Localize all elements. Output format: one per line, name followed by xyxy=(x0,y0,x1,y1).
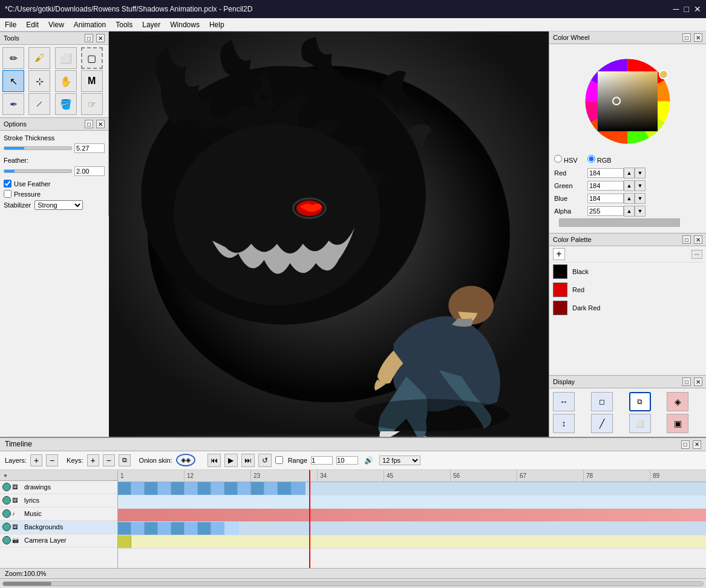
hsv-radio[interactable] xyxy=(554,155,562,163)
minimize-btn[interactable]: ─ xyxy=(673,4,679,14)
display-tint-btn[interactable]: ◈ xyxy=(667,392,688,411)
alpha-down-btn[interactable]: ▼ xyxy=(635,206,646,217)
palette-item-darkred[interactable]: Dark Red xyxy=(549,299,706,317)
remove-key-btn[interactable]: − xyxy=(103,454,115,466)
tools-close-btn[interactable]: ✕ xyxy=(96,34,105,42)
h-scrollbar-thumb[interactable] xyxy=(3,582,51,586)
stroke-thickness-slider[interactable] xyxy=(4,146,72,150)
tool-select[interactable]: ▢ xyxy=(81,47,103,69)
maximize-btn[interactable]: □ xyxy=(684,4,689,14)
menu-help[interactable]: Help xyxy=(204,19,229,30)
palette-item-black[interactable]: Black xyxy=(549,263,706,281)
red-down-btn[interactable]: ▼ xyxy=(635,168,646,178)
loop-btn[interactable]: ↺ xyxy=(258,454,272,467)
next-frame-btn[interactable]: ⏭ xyxy=(241,454,255,467)
display-overlay2-btn[interactable]: ⬜ xyxy=(629,414,651,433)
options-float-btn[interactable]: □ xyxy=(85,120,93,128)
dup-key-btn[interactable]: ⧉ xyxy=(119,454,131,466)
layer-backgrounds[interactable]: 🖼 Backgrounds xyxy=(0,521,117,534)
add-layer-btn[interactable]: + xyxy=(30,454,42,466)
display-flip-h-btn[interactable]: ↔ xyxy=(553,392,575,411)
use-feather-checkbox[interactable] xyxy=(4,180,11,188)
prev-frame-btn[interactable]: ⏮ xyxy=(208,454,221,467)
cp-float-btn[interactable]: □ xyxy=(682,235,691,244)
cp-close-btn[interactable]: ✕ xyxy=(694,235,702,244)
stabilizer-select[interactable]: None Weak Strong xyxy=(34,200,83,210)
display-tint2-btn[interactable]: ▣ xyxy=(667,414,688,433)
volume-icon[interactable]: 🔊 xyxy=(364,456,373,465)
rgb-radio[interactable] xyxy=(587,155,595,163)
palette-menu-btn[interactable]: ··· xyxy=(691,250,702,259)
dp-float-btn[interactable]: □ xyxy=(682,377,691,386)
pressure-checkbox[interactable] xyxy=(4,190,11,198)
red-up-btn[interactable]: ▲ xyxy=(624,168,635,178)
blue-input[interactable] xyxy=(587,194,624,203)
alpha-up-btn[interactable]: ▲ xyxy=(624,206,635,217)
tool-pencil[interactable]: ✏ xyxy=(2,47,24,69)
fps-select[interactable]: 12 fps 24 fps xyxy=(379,456,420,465)
drawings-eye[interactable] xyxy=(2,483,11,491)
red-input[interactable] xyxy=(587,168,624,178)
hsv-radio-label[interactable]: HSV xyxy=(554,155,578,164)
menu-animation[interactable]: Animation xyxy=(69,19,111,30)
menu-layer[interactable]: Layer xyxy=(137,19,165,30)
display-perspective-btn[interactable]: ◻ xyxy=(591,392,613,411)
menu-windows[interactable]: Windows xyxy=(165,19,204,30)
range-checkbox[interactable] xyxy=(275,456,283,464)
tool-eyedropper[interactable]: ⊹ xyxy=(28,70,50,92)
layer-lyrics[interactable]: 🖼 lyrics xyxy=(0,494,117,508)
add-key-btn[interactable]: + xyxy=(87,454,99,466)
music-eye[interactable] xyxy=(2,509,11,518)
dp-close-btn[interactable]: ✕ xyxy=(694,377,702,386)
menu-tools[interactable]: Tools xyxy=(111,19,137,30)
tool-smear[interactable]: ☞ xyxy=(81,93,103,115)
cw-close-btn[interactable]: ✕ xyxy=(694,33,702,42)
display-angle-btn[interactable]: ╱ xyxy=(591,414,613,433)
palette-add-btn[interactable]: + xyxy=(553,248,565,260)
camera-eye[interactable] xyxy=(2,536,11,544)
alpha-input[interactable] xyxy=(587,206,624,216)
lyrics-eye[interactable] xyxy=(2,496,11,505)
tool-brush[interactable]: 🖌 xyxy=(28,47,50,69)
menu-edit[interactable]: Edit xyxy=(21,19,44,30)
feather-slider[interactable] xyxy=(4,169,72,173)
green-up-btn[interactable]: ▲ xyxy=(624,180,635,191)
tool-pen[interactable]: ✒ xyxy=(2,93,24,115)
play-btn[interactable]: ▶ xyxy=(224,454,238,467)
tools-float-btn[interactable]: □ xyxy=(85,34,93,42)
onion-skin-btn[interactable]: ◈◈ xyxy=(176,454,195,466)
layer-drawings[interactable]: 🖼 drawings xyxy=(0,481,117,494)
menu-view[interactable]: View xyxy=(44,19,69,30)
green-input[interactable] xyxy=(587,181,624,191)
tool-pointer[interactable]: ↖ xyxy=(2,70,24,92)
layer-camera[interactable]: 📷 Camera Layer xyxy=(0,534,117,547)
layer-music[interactable]: ♪ Music xyxy=(0,508,117,521)
blue-down-btn[interactable]: ▼ xyxy=(635,193,646,204)
tool-polyline[interactable]: ⟋ xyxy=(28,93,50,115)
canvas-area[interactable] xyxy=(109,31,549,437)
green-down-btn[interactable]: ▼ xyxy=(635,180,646,191)
remove-layer-btn[interactable]: − xyxy=(46,454,58,466)
close-btn[interactable]: ✕ xyxy=(694,4,701,14)
tool-paint[interactable]: 🪣 xyxy=(55,93,77,115)
range-start-input[interactable] xyxy=(311,456,333,465)
range-end-input[interactable] xyxy=(336,456,358,465)
cw-float-btn[interactable]: □ xyxy=(682,33,691,42)
display-flip-v-btn[interactable]: ↕ xyxy=(553,414,575,433)
tl-float-btn[interactable]: □ xyxy=(681,440,690,449)
options-close-btn[interactable]: ✕ xyxy=(96,120,105,128)
feather-input[interactable] xyxy=(74,166,105,176)
tl-close-btn[interactable]: ✕ xyxy=(693,440,701,449)
blue-up-btn[interactable]: ▲ xyxy=(624,193,635,204)
tool-smudge[interactable]: M xyxy=(81,70,103,92)
h-scrollbar-track[interactable] xyxy=(2,581,704,586)
tool-hand[interactable]: ✋ xyxy=(55,70,77,92)
tool-eraser[interactable]: ⬜ xyxy=(55,47,77,69)
frames-area[interactable]: 1 12 23 34 45 56 67 78 89 xyxy=(118,470,706,569)
display-overlay-btn[interactable]: ⧉ xyxy=(629,392,651,411)
menu-file[interactable]: File xyxy=(0,19,21,30)
h-scrollbar[interactable] xyxy=(0,578,706,588)
backgrounds-eye[interactable] xyxy=(2,523,11,531)
palette-item-red[interactable]: Red xyxy=(549,281,706,299)
stroke-thickness-input[interactable] xyxy=(74,143,105,153)
